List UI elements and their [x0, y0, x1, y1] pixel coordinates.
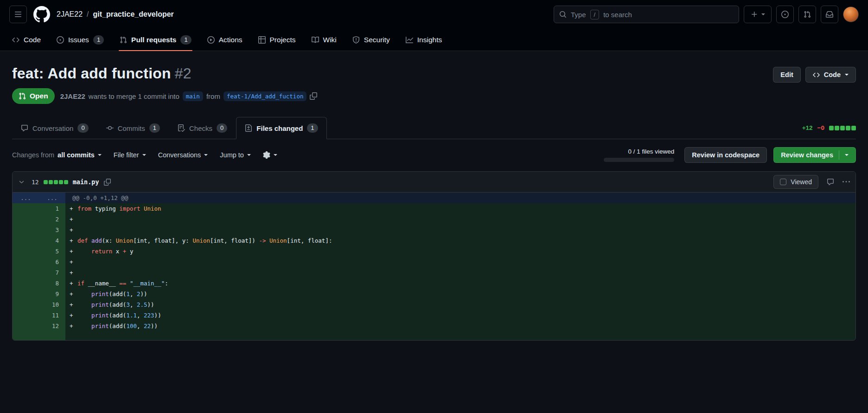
new-line-number[interactable]: 8	[39, 278, 65, 289]
nav-pull-requests[interactable]: Pull requests 1	[114, 29, 197, 51]
diff-line: 9+ print(add(1, 2))	[13, 289, 855, 299]
edit-button[interactable]: Edit	[773, 67, 800, 83]
diff-settings-dropdown[interactable]	[263, 151, 277, 159]
diff-code-cell: +	[65, 225, 855, 235]
pull-requests-dashboard-button[interactable]	[798, 6, 816, 23]
addition-sign: +	[70, 321, 77, 331]
breadcrumb-owner[interactable]: 2JAE22	[57, 10, 83, 19]
new-line-number[interactable]: 11	[39, 310, 65, 321]
new-line-number[interactable]: 6	[39, 257, 65, 267]
diff-code-cell: +if __name__ == "__main__":	[65, 278, 855, 289]
checks-count-badge: 0	[217, 123, 227, 133]
global-search-input[interactable]: Type / to search	[554, 6, 739, 23]
files-viewed-progressbar	[604, 158, 674, 162]
create-new-button[interactable]	[744, 6, 772, 23]
new-line-number[interactable]: 10	[39, 299, 65, 310]
viewed-toggle[interactable]: Viewed	[773, 175, 818, 189]
nav-actions[interactable]: Actions	[202, 29, 248, 51]
issues-dashboard-button[interactable]	[776, 6, 794, 23]
nav-security[interactable]: Security	[347, 29, 396, 51]
breadcrumb-repo[interactable]: git_practice_developer	[93, 10, 174, 19]
nav-label: Code	[24, 36, 41, 44]
new-line-number[interactable]: 7	[39, 267, 65, 278]
diffstat-block	[851, 126, 856, 130]
nav-label: Issues	[68, 36, 89, 44]
old-line-gutter[interactable]	[13, 214, 39, 225]
old-line-gutter[interactable]	[13, 203, 39, 214]
base-branch-label[interactable]: main	[183, 91, 203, 101]
review-changes-button[interactable]: Review changes	[773, 147, 856, 163]
diff-toolbar-right: 0 / 1 files viewed Review in codespace R…	[604, 147, 856, 163]
viewed-checkbox[interactable]	[780, 179, 786, 185]
file-comment-button[interactable]	[827, 178, 834, 186]
issues-count-badge: 1	[93, 35, 104, 45]
conversation-count-badge: 0	[77, 123, 88, 133]
old-line-gutter[interactable]	[13, 225, 39, 235]
hamburger-button[interactable]	[9, 6, 27, 23]
nav-projects[interactable]: Projects	[253, 29, 301, 51]
diffstat-blocks	[829, 126, 856, 130]
nav-insights[interactable]: Insights	[400, 29, 447, 51]
diffstat-block	[54, 180, 58, 184]
addition-sign: +	[70, 257, 77, 267]
diff-line: 3+	[13, 225, 855, 235]
collapse-file-chevron[interactable]	[18, 179, 25, 186]
head-branch-label[interactable]: feat-1/Add_add_fuction	[223, 91, 307, 101]
old-line-gutter[interactable]	[13, 310, 39, 321]
diff-line: 12+ print(add(100, 22))	[13, 321, 855, 331]
addition-sign: +	[70, 299, 77, 310]
copy-branch-button[interactable]	[310, 92, 317, 100]
file-filter-dropdown[interactable]: File filter	[114, 151, 146, 159]
tab-checks[interactable]: Checks 0	[169, 117, 236, 139]
old-line-gutter[interactable]	[13, 235, 39, 246]
nav-wiki[interactable]: Wiki	[306, 29, 342, 51]
conversations-dropdown[interactable]: Conversations	[158, 151, 208, 159]
search-placeholder-prefix: Type	[571, 11, 586, 19]
nav-code[interactable]: Code	[6, 29, 46, 51]
diffstat-block	[829, 126, 834, 130]
inbox-icon	[826, 11, 833, 18]
user-avatar[interactable]	[843, 6, 859, 22]
addition-sign: +	[70, 225, 77, 235]
old-line-gutter[interactable]	[13, 299, 39, 310]
new-line-number[interactable]: 1	[39, 203, 65, 214]
code-dropdown-button[interactable]: Code	[805, 67, 856, 83]
inbox-button[interactable]	[821, 6, 838, 23]
github-logo[interactable]	[33, 6, 50, 23]
tab-conversation[interactable]: Conversation 0	[12, 117, 97, 139]
tab-files-changed[interactable]: Files changed 1	[236, 117, 326, 139]
review-in-codespace-button[interactable]: Review in codespace	[684, 147, 767, 163]
copy-file-path-button[interactable]	[104, 179, 111, 186]
tab-commits[interactable]: Commits 1	[97, 117, 169, 139]
new-line-number[interactable]: 5	[39, 246, 65, 257]
new-line-number[interactable]: 12	[39, 321, 65, 331]
new-line-number[interactable]: 2	[39, 214, 65, 225]
new-line-number[interactable]: 4	[39, 235, 65, 246]
nav-issues[interactable]: Issues 1	[51, 29, 109, 51]
nav-label: Pull requests	[131, 36, 176, 44]
old-line-gutter[interactable]	[13, 267, 39, 278]
old-line-gutter[interactable]	[13, 278, 39, 289]
old-line-gutter[interactable]	[13, 321, 39, 331]
old-line-gutter[interactable]	[13, 289, 39, 299]
new-line-number[interactable]: 3	[39, 225, 65, 235]
old-line-gutter[interactable]	[13, 246, 39, 257]
hunk-text: @@ -0,0 +1,12 @@	[65, 193, 855, 203]
diff-code-cell: + print(add(100, 22))	[65, 321, 855, 331]
nav-label: Actions	[219, 36, 243, 44]
pr-status-row: Open 2JAE22 wants to merge 1 commit into…	[12, 88, 856, 104]
new-line-number[interactable]: 9	[39, 289, 65, 299]
hunk-gutter-new: ...	[39, 193, 65, 203]
github-pr-page: 2JAE22 / git_practice_developer Type / t…	[0, 0, 868, 413]
diff-line: 8+if __name__ == "__main__":	[13, 278, 855, 289]
file-options-kebab[interactable]	[842, 178, 850, 186]
file-header: 12 main.py Viewed	[13, 172, 855, 193]
book-icon	[312, 36, 319, 44]
pr-author-link[interactable]: 2JAE22	[60, 92, 85, 100]
diff-line: 2+	[13, 214, 855, 225]
jump-to-dropdown[interactable]: Jump to	[220, 151, 251, 159]
changes-from-dropdown[interactable]: Changes from all commits	[12, 151, 102, 159]
global-header: 2JAE22 / git_practice_developer Type / t…	[0, 0, 868, 29]
diffstat-block	[64, 180, 68, 184]
old-line-gutter[interactable]	[13, 257, 39, 267]
